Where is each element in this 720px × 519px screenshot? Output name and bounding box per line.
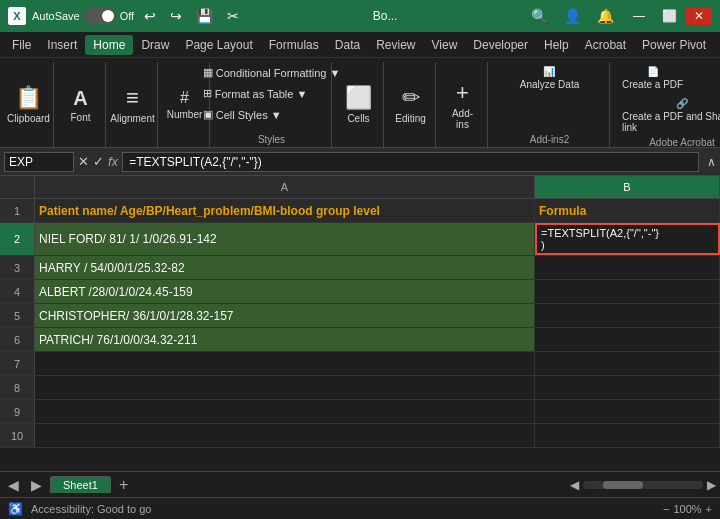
format-as-table-icon: ⊞	[203, 87, 212, 100]
cancel-icon[interactable]: ✕	[78, 154, 89, 169]
col-header-a[interactable]: A	[35, 176, 535, 198]
row-num-3[interactable]: 3	[0, 256, 35, 279]
cell-5b[interactable]	[535, 304, 720, 327]
menu-formulas[interactable]: Formulas	[261, 35, 327, 55]
cell-8b[interactable]	[535, 376, 720, 399]
menu-data[interactable]: Data	[327, 35, 368, 55]
editing-button[interactable]: ✏ Editing	[391, 77, 430, 133]
cell-7a[interactable]	[35, 352, 535, 375]
menu-powerpivot[interactable]: Power Pivot	[634, 35, 714, 55]
add-sheet-button[interactable]: +	[115, 476, 132, 494]
menu-draw[interactable]: Draw	[133, 35, 177, 55]
sheet-nav-left[interactable]: ◀	[4, 477, 23, 493]
cell-2a[interactable]: NIEL FORD/ 81/ 1/ 1/0/26.91-142	[35, 223, 535, 255]
name-box[interactable]	[4, 152, 74, 172]
cell-1b[interactable]: Formula	[535, 199, 720, 222]
menu-view[interactable]: View	[424, 35, 466, 55]
cell-10a[interactable]	[35, 424, 535, 447]
sheet-tab-sheet1[interactable]: Sheet1	[50, 476, 111, 493]
scroll-right-btn[interactable]: ▶	[707, 478, 716, 492]
cell-9b[interactable]	[535, 400, 720, 423]
sheet-nav-right[interactable]: ▶	[27, 477, 46, 493]
cells-button[interactable]: ⬜ Cells	[341, 77, 377, 133]
format-as-table-button[interactable]: ⊞ Format as Table ▼	[199, 85, 312, 102]
create-pdf-button[interactable]: 📄 Create a PDF	[618, 64, 687, 92]
cut-icon[interactable]: ✂	[223, 6, 243, 26]
row-num-7[interactable]: 7	[0, 352, 35, 375]
formula-bar: ✕ ✓ fx ∧	[0, 148, 720, 176]
row-num-8[interactable]: 8	[0, 376, 35, 399]
row-num-6[interactable]: 6	[0, 328, 35, 351]
addins-button[interactable]: + Add-ins	[444, 77, 481, 133]
spreadsheet-body: 1 Patient name/ Age/BP/Heart_problem/BMI…	[0, 199, 720, 448]
col-header-b[interactable]: B	[535, 176, 720, 198]
cell-5a[interactable]: CHRISTOPHER/ 36/1/0/1/28.32-157	[35, 304, 535, 327]
create-share-icon: 🔗	[676, 98, 688, 109]
row-num-9[interactable]: 9	[0, 400, 35, 423]
minimize-button[interactable]: —	[626, 7, 652, 25]
formula-input[interactable]	[122, 152, 699, 172]
number-label: Number	[167, 109, 203, 120]
cell-9a[interactable]	[35, 400, 535, 423]
cell-8a[interactable]	[35, 376, 535, 399]
analyze-data-button[interactable]: 📊 Analyze Data	[516, 64, 583, 92]
close-button[interactable]: ✕	[686, 7, 712, 25]
menu-acrobat[interactable]: Acrobat	[577, 35, 634, 55]
cell-10b[interactable]	[535, 424, 720, 447]
collapse-ribbon-button[interactable]: ∧	[707, 155, 716, 169]
maximize-button[interactable]: ⬜	[656, 7, 682, 25]
menu-developer[interactable]: Developer	[465, 35, 536, 55]
table-row: 1 Patient name/ Age/BP/Heart_problem/BMI…	[0, 199, 720, 223]
menu-pagelayout[interactable]: Page Layout	[177, 35, 260, 55]
font-button[interactable]: A Font	[63, 77, 99, 133]
create-pdf-icon: 📄	[647, 66, 659, 77]
status-bar: ♿ Accessibility: Good to go − 100% +	[0, 497, 720, 519]
row-num-5[interactable]: 5	[0, 304, 35, 327]
cell-6a[interactable]: PATRICH/ 76/1/0/0/34.32-211	[35, 328, 535, 351]
cell-3a[interactable]: HARRY / 54/0/0/1/25.32-82	[35, 256, 535, 279]
row-num-10[interactable]: 10	[0, 424, 35, 447]
cell-3b[interactable]	[535, 256, 720, 279]
window-controls: — ⬜ ✕	[626, 7, 712, 25]
zoom-controls[interactable]: − 100% +	[663, 503, 712, 515]
undo-button[interactable]: ↩	[140, 6, 160, 26]
status-left: ♿ Accessibility: Good to go	[8, 502, 151, 516]
cell-7b[interactable]	[535, 352, 720, 375]
cell-2b[interactable]: =TEXTSPLIT(A2,{"/","-"})	[535, 223, 720, 255]
menu-review[interactable]: Review	[368, 35, 423, 55]
cell-4a[interactable]: ALBERT /28/0/1/0/24.45-159	[35, 280, 535, 303]
cell-4b[interactable]	[535, 280, 720, 303]
menu-help[interactable]: Help	[536, 35, 577, 55]
scroll-left-btn[interactable]: ◀	[570, 478, 579, 492]
clipboard-button[interactable]: 📋 Clipboard	[3, 77, 54, 133]
font-icon: A	[73, 87, 87, 110]
create-share-button[interactable]: 🔗 Create a PDF and Share link	[618, 96, 720, 135]
zoom-out-button[interactable]: −	[663, 503, 669, 515]
cell-1a[interactable]: Patient name/ Age/BP/Heart_problem/BMI-b…	[35, 199, 535, 222]
conditional-formatting-button[interactable]: ▦ Conditional Formatting ▼	[199, 64, 345, 81]
redo-button[interactable]: ↪	[166, 6, 186, 26]
alignment-button[interactable]: ≡ Alignment	[106, 77, 158, 133]
user-avatar[interactable]: 👤	[560, 6, 585, 26]
autosave-toggle[interactable]: AutoSave Off	[32, 8, 134, 24]
menu-home[interactable]: Home	[85, 35, 133, 55]
autosave-switch[interactable]	[84, 8, 116, 24]
confirm-icon[interactable]: ✓	[93, 154, 104, 169]
zoom-in-button[interactable]: +	[706, 503, 712, 515]
bell-icon[interactable]: 🔔	[593, 6, 618, 26]
cell-styles-button[interactable]: ▣ Cell Styles ▼	[199, 106, 286, 123]
row-num-2[interactable]: 2	[0, 223, 35, 255]
row-num-1[interactable]: 1	[0, 199, 35, 222]
menu-insert[interactable]: Insert	[39, 35, 85, 55]
conditional-formatting-label: Conditional Formatting ▼	[216, 67, 341, 79]
cell-6b[interactable]	[535, 328, 720, 351]
addins2-label: Add-ins2	[530, 134, 569, 145]
column-headers: A B	[0, 176, 720, 199]
save-icon[interactable]: 💾	[192, 6, 217, 26]
row-num-4[interactable]: 4	[0, 280, 35, 303]
editing-icon: ✏	[402, 85, 420, 111]
horizontal-scrollbar[interactable]	[583, 481, 703, 489]
menu-file[interactable]: File	[4, 35, 39, 55]
fx-icon[interactable]: fx	[108, 154, 118, 169]
search-icon[interactable]: 🔍	[527, 6, 552, 26]
